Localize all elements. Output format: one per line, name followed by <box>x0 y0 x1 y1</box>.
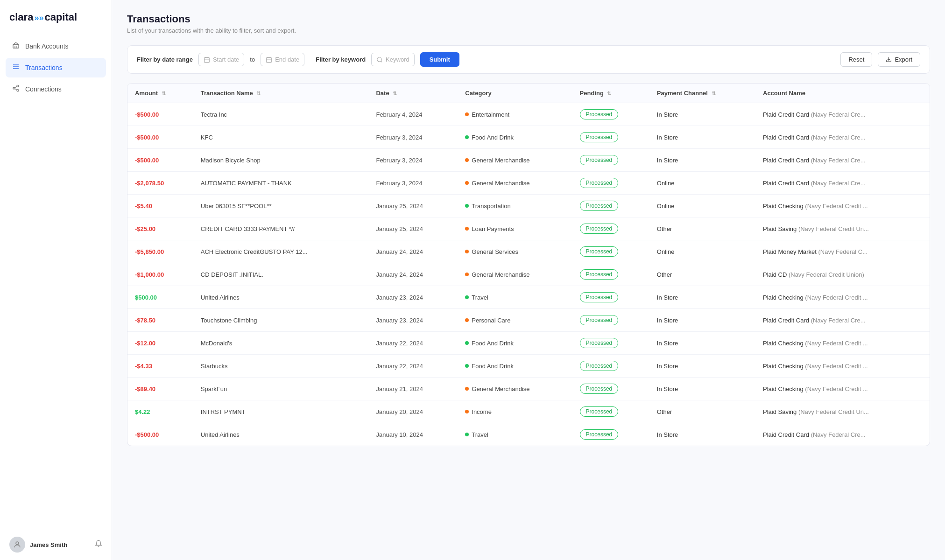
sidebar-item-connections[interactable]: Connections <box>6 79 106 99</box>
account-name: Plaid Saving <box>763 225 797 232</box>
keyword-placeholder: Keyword <box>386 56 409 63</box>
table-row[interactable]: -$78.50 Touchstone Climbing January 23, … <box>127 309 930 332</box>
category-label: General Services <box>472 248 518 255</box>
col-transaction-name[interactable]: Transaction Name ⇅ <box>193 84 369 103</box>
status-badge: Processed <box>580 315 619 325</box>
table-row[interactable]: -$89.40 SparkFun January 21, 2024 Genera… <box>127 378 930 400</box>
table-row[interactable]: -$4.33 Starbucks January 22, 2024 Food A… <box>127 355 930 378</box>
cell-tx-name: ACH Electronic CreditGUSTO PAY 12... <box>193 240 369 263</box>
cell-date: January 25, 2024 <box>368 195 458 217</box>
account-suffix: (Navy Federal Cre... <box>811 317 866 324</box>
col-date[interactable]: Date ⇅ <box>368 84 458 103</box>
table-row[interactable]: -$5.40 Uber 063015 SF**POOL** January 25… <box>127 195 930 217</box>
cell-status: Processed <box>572 195 649 217</box>
category-label: Personal Care <box>472 317 510 324</box>
sidebar-item-bank-accounts[interactable]: Bank Accounts <box>6 36 106 56</box>
category-label: Income <box>472 408 492 415</box>
keyword-input[interactable]: Keyword <box>371 53 415 66</box>
start-date-input[interactable]: Start date <box>198 53 244 66</box>
table-row[interactable]: -$5,850.00 ACH Electronic CreditGUSTO PA… <box>127 240 930 263</box>
category-dot <box>465 273 469 276</box>
svg-point-11 <box>16 542 19 545</box>
export-button[interactable]: Export <box>878 52 920 67</box>
end-date-input[interactable]: End date <box>261 53 304 66</box>
user-name: James Smith <box>30 541 90 548</box>
submit-button[interactable]: Submit <box>420 52 459 67</box>
table-row[interactable]: -$12.00 McDonald's January 22, 2024 Food… <box>127 332 930 355</box>
bell-icon[interactable] <box>95 540 102 549</box>
sidebar-item-connections-label: Connections <box>25 85 62 93</box>
table-row[interactable]: -$1,000.00 CD DEPOSIT .INITIAL. January … <box>127 263 930 286</box>
status-badge: Processed <box>580 384 619 394</box>
sidebar: clara»»capital Bank Accounts Transaction… <box>0 0 112 560</box>
cell-amount: -$5.40 <box>135 203 152 210</box>
account-name: Plaid Credit Card <box>763 157 809 164</box>
table-row[interactable]: $500.00 United Airlines January 23, 2024… <box>127 286 930 309</box>
transactions-table: Amount ⇅ Transaction Name ⇅ Date ⇅ Categ… <box>127 83 930 446</box>
cell-amount: -$500.00 <box>135 111 159 118</box>
reset-button[interactable]: Reset <box>840 52 872 67</box>
keyword-label: Filter by keyword <box>316 56 366 63</box>
sidebar-item-transactions[interactable]: Transactions <box>6 58 106 77</box>
svg-point-8 <box>17 90 19 91</box>
date-range-label: Filter by date range <box>137 56 193 63</box>
cell-channel: Online <box>649 195 755 217</box>
account-name: Plaid Checking <box>763 340 804 347</box>
col-payment-channel[interactable]: Payment Channel ⇅ <box>649 84 755 103</box>
cell-category: General Services <box>458 240 572 263</box>
cell-tx-name: United Airlines <box>193 423 369 446</box>
cell-amount: $4.22 <box>135 408 150 415</box>
category-dot <box>465 341 469 345</box>
cell-account: Plaid Credit Card (Navy Federal Cre... <box>755 423 930 446</box>
cell-date: February 4, 2024 <box>368 103 458 126</box>
cell-amount: -$12.00 <box>135 340 155 347</box>
cell-status: Processed <box>572 240 649 263</box>
cell-channel: In Store <box>649 378 755 400</box>
account-suffix: (Navy Federal Credit ... <box>805 203 867 210</box>
cell-category: Personal Care <box>458 309 572 332</box>
cell-status: Processed <box>572 309 649 332</box>
table-row[interactable]: -$25.00 CREDIT CARD 3333 PAYMENT *// Jan… <box>127 217 930 240</box>
cell-category: Food And Drink <box>458 355 572 378</box>
bank-icon <box>12 42 20 51</box>
cell-channel: In Store <box>649 286 755 309</box>
table-row[interactable]: -$500.00 Madison Bicycle Shop February 3… <box>127 149 930 172</box>
table-row[interactable]: -$2,078.50 AUTOMATIC PAYMENT - THANK Feb… <box>127 172 930 195</box>
end-date-placeholder: End date <box>275 56 299 63</box>
cell-status: Processed <box>572 332 649 355</box>
cell-channel: In Store <box>649 149 755 172</box>
cell-amount: -$500.00 <box>135 134 159 141</box>
cell-channel: In Store <box>649 126 755 149</box>
account-suffix: (Navy Federal Cre... <box>811 157 866 164</box>
logo: clara»»capital <box>0 0 112 36</box>
cell-account: Plaid Saving (Navy Federal Credit Un... <box>755 400 930 423</box>
account-name: Plaid Checking <box>763 385 804 392</box>
account-name: Plaid Credit Card <box>763 111 809 118</box>
cell-category: Travel <box>458 423 572 446</box>
cell-account: Plaid CD (Navy Federal Credit Union) <box>755 263 930 286</box>
account-name: Plaid Checking <box>763 363 804 370</box>
category-dot <box>465 387 469 391</box>
table-row[interactable]: -$500.00 United Airlines January 10, 202… <box>127 423 930 446</box>
category-label: General Merchandise <box>472 385 529 392</box>
category-dot <box>465 181 469 185</box>
col-amount[interactable]: Amount ⇅ <box>127 84 193 103</box>
category-label: General Merchandise <box>472 180 529 187</box>
status-badge: Processed <box>580 109 619 119</box>
cell-status: Processed <box>572 263 649 286</box>
account-name: Plaid CD <box>763 271 787 278</box>
cell-tx-name: Tectra Inc <box>193 103 369 126</box>
start-date-placeholder: Start date <box>213 56 239 63</box>
cell-account: Plaid Checking (Navy Federal Credit ... <box>755 286 930 309</box>
cell-date: January 20, 2024 <box>368 400 458 423</box>
table-row[interactable]: -$500.00 Tectra Inc February 4, 2024 Ent… <box>127 103 930 126</box>
cell-tx-name: McDonald's <box>193 332 369 355</box>
status-badge: Processed <box>580 361 619 371</box>
cell-tx-name: CD DEPOSIT .INITIAL. <box>193 263 369 286</box>
category-dot <box>465 112 469 116</box>
table-row[interactable]: -$500.00 KFC February 3, 2024 Food And D… <box>127 126 930 149</box>
table-row[interactable]: $4.22 INTRST PYMNT January 20, 2024 Inco… <box>127 400 930 423</box>
cell-tx-name: United Airlines <box>193 286 369 309</box>
col-pending[interactable]: Pending ⇅ <box>572 84 649 103</box>
cell-date: February 3, 2024 <box>368 149 458 172</box>
